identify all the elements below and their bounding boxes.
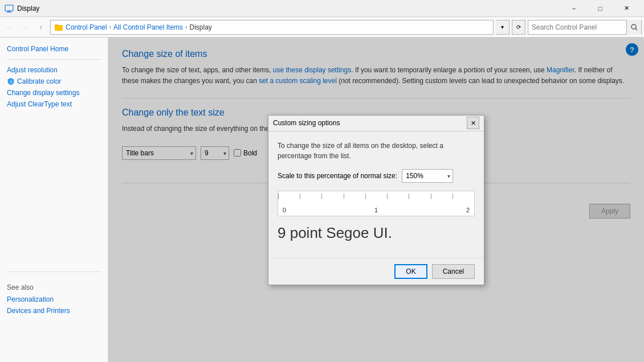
address-bar: ← → ↑ Control Panel › All Control Panel … [0, 17, 644, 38]
breadcrumb-display: Display [189, 23, 211, 31]
tick-2 [321, 194, 343, 199]
modal-title-bar: Custom sizing options ✕ [268, 116, 484, 131]
scale-label: Scale to this percentage of normal size: [278, 172, 397, 180]
dropdown-button[interactable]: ▾ [496, 20, 510, 35]
svg-rect-1 [7, 11, 11, 12]
font-preview: 9 point Segoe UI. [278, 222, 475, 244]
tick-7 [431, 194, 453, 199]
modal-title: Custom sizing options [273, 119, 467, 127]
breadcrumb-controlpanel[interactable]: Control Panel [66, 23, 107, 31]
svg-rect-2 [6, 12, 12, 13]
tick-4 [365, 194, 387, 199]
title-bar: Display − □ ✕ [0, 0, 644, 17]
scale-row: Scale to this percentage of normal size:… [278, 169, 475, 183]
svg-text:✓: ✓ [10, 80, 13, 84]
ruler-label-1: 1 [374, 207, 378, 213]
ruler-label-2: 2 [466, 207, 470, 213]
see-also-section: See also Personalization Devices and Pri… [0, 267, 108, 316]
sidebar: Control Panel Home Adjust resolution ✓ C… [0, 38, 108, 362]
search-input[interactable] [528, 23, 626, 31]
modal-footer: OK Cancel [268, 258, 484, 285]
refresh-button[interactable]: ⟳ [512, 20, 525, 35]
maximize-button[interactable]: □ [587, 0, 613, 17]
modal-description: To change the size of all items on the d… [278, 141, 475, 161]
search-icon [631, 24, 638, 31]
back-button[interactable]: ← [2, 20, 16, 34]
tick-8 [453, 194, 474, 199]
shield-icon: ✓ [7, 77, 15, 85]
modal-overlay: Custom sizing options ✕ To change the si… [108, 38, 644, 362]
breadcrumb-allitems[interactable]: All Control Panel Items [113, 23, 183, 31]
minimize-button[interactable]: − [561, 0, 587, 17]
svg-line-6 [635, 28, 637, 30]
svg-rect-0 [5, 5, 13, 11]
tick-3 [344, 194, 365, 199]
svg-rect-4 [55, 24, 58, 26]
ruler-label-0: 0 [283, 207, 286, 213]
scale-ruler: 0 1 2 [278, 191, 475, 216]
ruler-labels: 0 1 2 [283, 207, 470, 213]
modal-body: To change the size of all items on the d… [268, 131, 484, 258]
scale-select[interactable]: 100% 125% 150% 175% 200% [402, 169, 453, 183]
folder-icon [54, 23, 63, 32]
ruler-ticks [278, 191, 474, 199]
tick-6 [409, 194, 430, 199]
sidebar-item-cleartype[interactable]: Adjust ClearType text [0, 98, 108, 110]
svg-point-5 [631, 24, 636, 29]
tick-5 [387, 194, 409, 199]
sidebar-item-personalization[interactable]: Personalization [0, 294, 108, 305]
up-button[interactable]: ↑ [34, 20, 48, 34]
sidebar-item-adjust-resolution[interactable]: Adjust resolution [0, 64, 108, 76]
sidebar-item-devices-printers[interactable]: Devices and Printers [0, 305, 108, 316]
forward-button[interactable]: → [18, 20, 32, 34]
window-controls: − □ ✕ [561, 0, 639, 17]
sidebar-calibrate-label: Calibrate color [17, 77, 61, 85]
see-also-label: See also [0, 281, 108, 294]
search-box [528, 20, 642, 35]
tick-0 [278, 194, 300, 199]
scale-select-wrapper: 100% 125% 150% 175% 200% [402, 169, 453, 183]
display-icon [5, 4, 14, 13]
sidebar-item-calibrate[interactable]: ✓ Calibrate color [0, 76, 108, 87]
main-window: Control Panel Home Adjust resolution ✓ C… [0, 38, 644, 362]
ok-button[interactable]: OK [394, 264, 427, 279]
search-button[interactable] [626, 20, 641, 35]
custom-sizing-dialog: Custom sizing options ✕ To change the si… [268, 115, 484, 285]
close-button[interactable]: ✕ [613, 0, 639, 17]
tick-1 [300, 194, 321, 199]
sidebar-item-home[interactable]: Control Panel Home [0, 43, 108, 55]
cancel-button[interactable]: Cancel [432, 264, 475, 279]
window-title: Display [17, 5, 561, 13]
modal-close-button[interactable]: ✕ [467, 117, 479, 129]
sidebar-item-change-display[interactable]: Change display settings [0, 87, 108, 98]
breadcrumb: Control Panel › All Control Panel Items … [50, 20, 494, 35]
content-area: ? Change size of items To change the siz… [108, 38, 644, 362]
